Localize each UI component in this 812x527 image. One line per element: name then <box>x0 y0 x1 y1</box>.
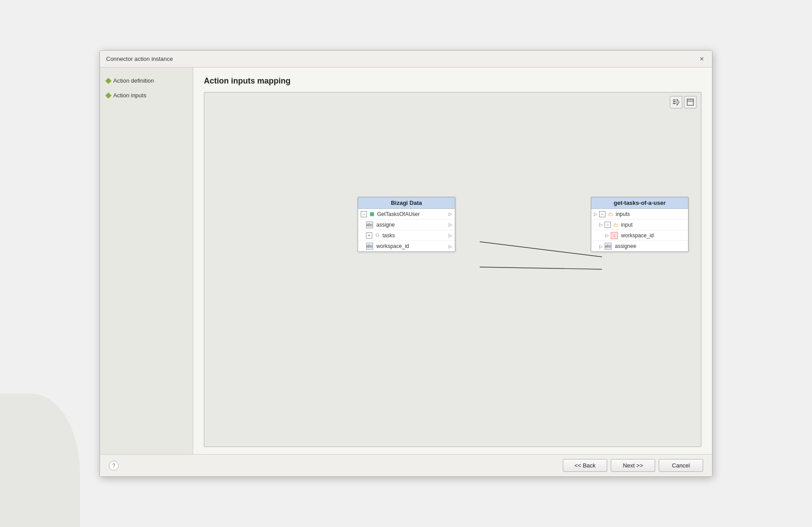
abc-icon-3: abc <box>605 243 612 250</box>
inputs-label: inputs <box>616 211 630 217</box>
workspace-id-left-row: abc workspace_id ▷ <box>358 241 455 252</box>
arrow-icon-3: ▷ <box>449 233 452 238</box>
workspace-id-right-row: ▷ 1 workspace_id <box>591 230 688 241</box>
mapping-container: Bizagi Data − ▦ GetTasksOfAUser ▷ abc as… <box>204 92 701 447</box>
tasks-label: tasks <box>382 232 395 239</box>
num-icon: 1 <box>611 232 618 239</box>
arrow-left-icon: ▷ <box>594 212 597 216</box>
footer: ? << Back Next >> Cancel <box>100 454 712 476</box>
arrow-icon-4: ▷ <box>449 244 452 249</box>
sidebar-label-action-definition: Action definition <box>113 77 154 84</box>
folder-icon-2: 🗀 <box>612 221 619 228</box>
abc-icon-2: abc <box>366 243 373 250</box>
arrow-icon: ▷ <box>449 212 452 216</box>
bizagi-data-header: Bizagi Data <box>358 197 455 209</box>
sidebar: Action definition Action inputs <box>100 68 193 454</box>
layout-icon <box>687 99 694 106</box>
dialog-body: Action definition Action inputs Action i… <box>100 68 712 454</box>
expand-icon-4[interactable]: − <box>605 222 611 228</box>
diamond-icon-2 <box>105 92 111 98</box>
arrange-icon-button[interactable] <box>670 96 682 108</box>
connection-lines-svg <box>204 92 701 447</box>
footer-left: ? <box>109 461 119 471</box>
page-title: Action inputs mapping <box>204 76 701 86</box>
svg-rect-1 <box>673 101 676 102</box>
sidebar-label-action-inputs: Action inputs <box>113 92 146 99</box>
expand-icon[interactable]: − <box>361 211 367 217</box>
layout-icon-button[interactable] <box>684 96 697 108</box>
svg-rect-2 <box>673 103 676 104</box>
dialog-title: Connector action instance <box>106 56 173 62</box>
input-label: input <box>621 222 633 228</box>
expand-icon-2[interactable]: + <box>366 232 372 239</box>
assignee-row: ▷ abc assignee <box>591 241 688 252</box>
svg-rect-0 <box>673 100 676 100</box>
diamond-icon <box>105 77 111 84</box>
get-tasks-of-a-user-node: get-tasks-of-a-user ▷ − 🗀 inputs ▷ − 🗀 i… <box>591 197 689 252</box>
next-button[interactable]: Next >> <box>611 459 655 472</box>
assigne-label: assigne <box>376 222 394 228</box>
inputs-row: ▷ − 🗀 inputs <box>591 209 688 220</box>
table-icon: ▦ <box>368 211 375 218</box>
main-area: Action inputs mapping <box>193 68 712 454</box>
arrow-icon-2: ▷ <box>449 222 452 227</box>
arrow-left-icon-2: ▷ <box>599 222 603 227</box>
users-icon: ⚇ <box>374 232 381 239</box>
bizagi-data-node: Bizagi Data − ▦ GetTasksOfAUser ▷ abc as… <box>358 197 455 252</box>
expand-icon-3[interactable]: − <box>599 211 605 217</box>
sidebar-item-action-inputs[interactable]: Action inputs <box>104 91 188 100</box>
workspace-id-right-label: workspace_id <box>621 232 653 239</box>
dialog: Connector action instance × Action defin… <box>100 50 712 477</box>
help-button[interactable]: ? <box>109 461 119 471</box>
svg-line-7 <box>480 267 602 269</box>
svg-line-6 <box>480 242 602 257</box>
get-tasks-of-a-user-header: get-tasks-of-a-user <box>591 197 688 209</box>
input-row: ▷ − 🗀 input <box>591 220 688 230</box>
assignee-label: assignee <box>615 243 636 249</box>
cancel-button[interactable]: Cancel <box>659 459 703 472</box>
close-button[interactable]: × <box>698 55 706 63</box>
arrow-left-icon-3: ▷ <box>605 233 609 238</box>
abc-icon: abc <box>366 221 373 228</box>
folder-icon: 🗀 <box>607 211 614 218</box>
toolbar-icons <box>670 96 697 108</box>
svg-rect-5 <box>687 99 693 101</box>
footer-buttons: << Back Next >> Cancel <box>563 459 703 472</box>
arrange-icon <box>673 99 680 106</box>
back-button[interactable]: << Back <box>563 459 607 472</box>
arrow-left-icon-4: ▷ <box>599 244 603 249</box>
svg-marker-3 <box>677 99 679 105</box>
sidebar-item-action-definition[interactable]: Action definition <box>104 76 188 85</box>
get-tasks-row: − ▦ GetTasksOfAUser ▷ <box>358 209 455 220</box>
workspace-id-left-label: workspace_id <box>376 243 409 249</box>
assigne-row: abc assigne ▷ <box>358 220 455 230</box>
get-tasks-label: GetTasksOfAUser <box>377 211 420 217</box>
title-bar: Connector action instance × <box>100 51 712 68</box>
tasks-row: + ⚇ tasks ▷ <box>358 230 455 241</box>
